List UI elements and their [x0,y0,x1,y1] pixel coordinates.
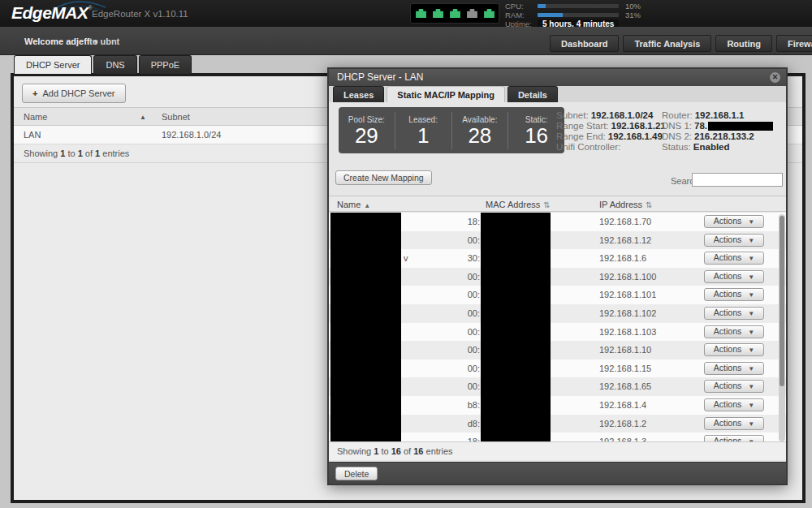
mapping-ip-cell: 192.168.1.102 [599,304,656,323]
user-menu[interactable]: Welcome adjeff▼ [24,37,99,46]
server-subnet: 192.168.1.0/24 [162,126,221,144]
mapping-mac-cell: 00: [457,359,480,378]
service-tab[interactable]: PPPoE [139,55,192,74]
service-tab[interactable]: DHCP Server [14,55,92,74]
column-header[interactable]: MAC Address [486,196,551,213]
actions-label: Actions [714,344,741,354]
sort-icon [646,200,652,209]
actions-label: Actions [714,252,741,262]
row-actions-button[interactable]: Actions▼ [704,380,764,393]
ethernet-port-icon [416,9,426,18]
info-label: Router: [662,110,693,120]
actions-label: Actions [714,363,741,372]
stat-value: 28 [452,125,508,146]
actions-label: Actions [714,216,741,226]
row-actions-button[interactable]: Actions▼ [704,307,764,320]
info-line: Status:Enabled [662,142,773,153]
pool-stat: Available: 28 [452,112,509,149]
mapping-table-header: Name MAC Address IP Address [329,196,786,212]
subnet-column-header[interactable]: Subnet [162,108,190,127]
chevron-down-icon: ▼ [748,402,754,409]
subnet-info-column: Subnet:192.168.1.0/24 Range Start:192.16… [556,110,666,153]
chevron-down-icon: ▼ [748,347,754,354]
mapping-mac-cell: 00: [457,377,480,396]
mapping-mac-cell: b8: [457,396,480,415]
close-icon[interactable]: ✕ [770,72,780,83]
row-actions-button[interactable]: Actions▼ [704,325,764,338]
info-line: Subnet:192.168.1.0/24 [556,110,666,121]
chevron-down-icon: ▼ [748,383,754,390]
info-label: Range End: [556,131,606,141]
info-line: Unifi Controller: [556,142,666,153]
column-header[interactable]: IP Address [599,196,652,213]
row-actions-button[interactable]: Actions▼ [704,234,764,247]
actions-label: Actions [714,308,741,317]
brand-text: EdgeMAX [11,3,89,22]
info-label: Unifi Controller: [556,142,620,152]
actions-label: Actions [714,399,741,409]
summary-part: of [83,149,95,158]
port-status-panel [410,3,499,24]
scrollbar-thumb[interactable] [780,216,784,386]
modal-tab[interactable]: Leases [333,86,384,102]
mapping-mac-cell: 00: [457,323,480,342]
column-header[interactable]: Name [337,196,370,214]
row-actions-button[interactable]: Actions▼ [704,417,764,430]
redaction-name-column [330,213,401,441]
actions-label: Actions [714,326,741,336]
actions-label: Actions [714,381,741,390]
chevron-down-icon: ▼ [748,365,754,372]
modal-tab[interactable]: Static MAC/IP Mapping [387,86,505,102]
mapping-ip-cell: 192.168.1.65 [599,377,651,396]
info-value: 78. [694,121,773,131]
chevron-down-icon: ▼ [748,218,754,226]
add-dhcp-server-button[interactable]: +Add DHCP Server [22,84,126,103]
row-actions-button[interactable]: Actions▼ [704,398,764,411]
modal-tab[interactable]: Details [508,86,558,102]
info-label: Range Start: [556,121,609,131]
summary-part: to [378,446,391,456]
modal-title: DHCP Server - LAN [337,71,423,83]
ram-bar [538,13,619,17]
main-nav: DashboardTraffic AnalysisRoutingFirewall… [550,35,812,52]
stat-value: 1 [395,125,451,146]
pool-stat: Pool Size: 29 [339,112,395,149]
row-actions-button[interactable]: Actions▼ [704,252,764,265]
ethernet-port-icon [450,9,460,18]
summary-part: 16 [391,446,401,456]
service-tab[interactable]: DNS [93,55,136,74]
actions-label: Actions [714,235,741,244]
nav-tab[interactable]: Dashboard [550,35,619,52]
nav-tab[interactable]: Traffic Analysis [623,35,711,52]
mapping-table-summary: Showing 1 to 16 of 16 entries [329,441,786,460]
row-actions-button[interactable]: Actions▼ [704,343,764,356]
mapping-mac-cell: d8: [457,415,480,433]
search-input[interactable] [692,173,783,187]
info-line: DNS 2:216.218.133.2 [662,131,773,142]
pool-stats-box: Pool Size: 29 Leased: 1 Available: 28 St… [339,107,564,153]
name-column-header[interactable]: Name [24,108,47,127]
row-actions-button[interactable]: Actions▼ [704,270,764,283]
mapping-ip-cell: 192.168.1.100 [599,268,656,286]
create-new-mapping-button[interactable]: Create New Mapping [335,170,432,185]
welcome-bar: Welcome adjeff▼ to ubnt DashboardTraffic… [0,27,812,55]
actions-label: Actions [714,418,741,428]
cpu-label: CPU: [505,2,538,11]
delete-button[interactable]: Delete [335,467,378,480]
mapping-ip-cell: 192.168.1.15 [599,359,651,378]
pool-stat: Leased: 1 [395,112,452,149]
chevron-down-icon: ▼ [748,291,754,299]
table-scrollbar[interactable] [779,214,785,441]
column-header-label: IP Address [599,200,642,209]
redaction-mac-column [481,213,551,441]
nav-tab[interactable]: Firewall/NAT [776,35,812,52]
info-line: DNS 1:78. [662,121,773,131]
row-actions-button[interactable]: Actions▼ [704,362,764,375]
chevron-down-icon: ▼ [748,255,754,262]
stat-label: Pool Size: [339,115,395,124]
mapping-mac-cell: 00: [457,286,480,304]
modal-titlebar: DHCP Server - LAN ✕ [329,69,786,86]
nav-tab[interactable]: Routing [715,35,772,52]
row-actions-button[interactable]: Actions▼ [704,215,764,228]
row-actions-button[interactable]: Actions▼ [704,288,764,301]
